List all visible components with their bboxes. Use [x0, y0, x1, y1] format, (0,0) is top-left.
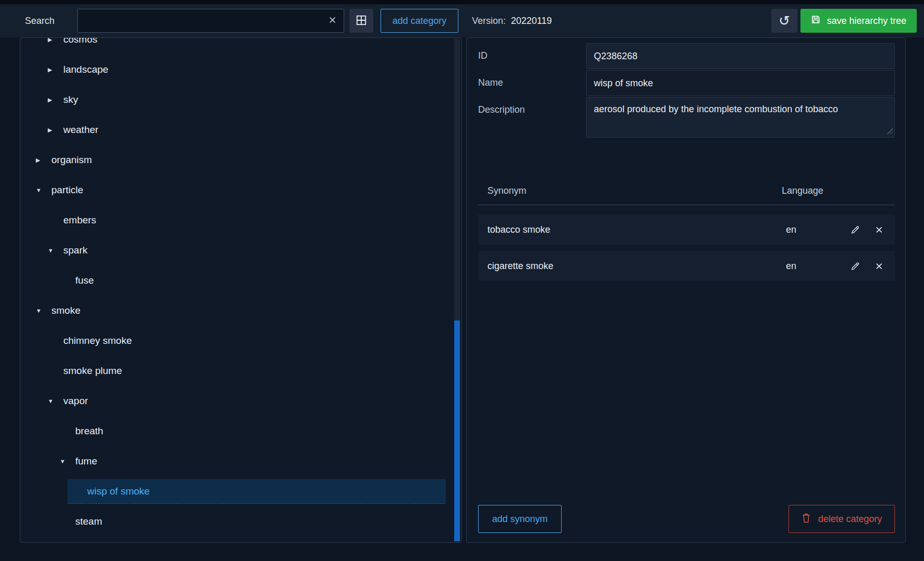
category-tree: ▶cosmos▶landscape▶sky▶weather▶organism▼p… [20, 37, 461, 537]
tree-item-label: fume [75, 456, 97, 467]
tree-item-weather[interactable]: ▶weather [20, 115, 461, 145]
tree-item-smoke[interactable]: ▼smoke [20, 296, 461, 326]
triangle-right-icon[interactable]: ▶ [48, 66, 63, 73]
save-hierarchy-label: save hierarchy tree [827, 16, 906, 26]
id-field-row: ID [478, 43, 895, 69]
tree-item-label: chimney smoke [63, 335, 132, 346]
trash-icon [801, 513, 811, 526]
tree-scrollbar-thumb[interactable] [454, 320, 460, 541]
remove-synonym-button[interactable] [867, 254, 891, 278]
add-synonym-button[interactable]: add synonym [478, 505, 562, 533]
tree-item-content: chimney smoke [44, 328, 446, 353]
tree-item-label: breath [75, 425, 103, 437]
tree-scrollbar[interactable] [454, 39, 460, 541]
x-icon [328, 16, 337, 26]
tree-item-embers[interactable]: embers [20, 205, 461, 235]
name-field[interactable] [586, 70, 895, 96]
tree-item-fuse[interactable]: fuse [20, 265, 461, 296]
delete-category-label: delete category [818, 514, 882, 525]
triangle-down-icon[interactable]: ▼ [48, 398, 63, 404]
tree-item-content: breath [56, 419, 446, 444]
tree-item-label: smoke [51, 305, 80, 316]
tree-item-content: ▶sky [44, 87, 446, 112]
window-top-strip [0, 0, 924, 4]
synonym-text: cigarette smoke [487, 261, 786, 272]
description-label: Description [478, 97, 586, 138]
id-label: ID [478, 43, 586, 69]
remove-synonym-button[interactable] [867, 218, 891, 242]
grid-view-button[interactable] [349, 9, 373, 33]
clear-search-button[interactable] [322, 11, 342, 31]
tree-item-sky[interactable]: ▶sky [20, 85, 461, 115]
id-field[interactable] [586, 43, 895, 69]
category-detail-panel: ID Name Description aerosol produced by … [466, 37, 906, 543]
category-tree-panel: ▶cosmos▶landscape▶sky▶weather▶organism▼p… [20, 37, 462, 543]
name-field-row: Name [478, 70, 895, 96]
tree-item-label: landscape [63, 64, 108, 75]
pencil-icon [850, 225, 860, 235]
delete-category-button[interactable]: delete category [789, 505, 895, 533]
tree-item-label: cosmos [63, 37, 97, 45]
language-column-header: Language [782, 185, 891, 196]
tree-item-label: weather [63, 124, 99, 136]
tree-item-wisp-of-smoke[interactable]: wisp of smoke [20, 476, 461, 506]
tree-item-content: smoke plume [44, 358, 446, 383]
save-hierarchy-button[interactable]: save hierarchy tree [800, 9, 917, 33]
description-wrap: aerosol produced by the incomplete combu… [586, 97, 895, 138]
main-content: ▶cosmos▶landscape▶sky▶weather▶organism▼p… [0, 37, 924, 543]
x-icon [875, 262, 884, 271]
name-label: Name [478, 70, 586, 96]
tree-item-label: organism [51, 154, 92, 166]
tree-item-cosmos[interactable]: ▶cosmos [20, 37, 461, 55]
version-info: Version: 20220119 [472, 16, 552, 26]
edit-synonym-button[interactable] [843, 218, 867, 242]
synonym-text: tobacco smoke [487, 224, 786, 235]
tree-item-steam[interactable]: steam [20, 506, 461, 537]
tree-item-chimney-smoke[interactable]: chimney smoke [20, 326, 461, 356]
synonym-column-header: Synonym [487, 185, 782, 196]
edit-synonym-button[interactable] [843, 254, 867, 278]
tree-item-particle[interactable]: ▼particle [20, 175, 461, 205]
tree-item-label: sky [63, 94, 78, 105]
tree-item-content: wisp of smoke [67, 479, 446, 504]
tree-item-label: steam [75, 516, 102, 527]
x-icon [875, 225, 884, 234]
tree-item-landscape[interactable]: ▶landscape [20, 55, 461, 85]
tree-item-content: ▼spark [44, 238, 446, 263]
triangle-down-icon[interactable]: ▼ [36, 187, 51, 193]
triangle-right-icon[interactable]: ▶ [48, 37, 63, 43]
tree-item-content: embers [44, 208, 446, 233]
tree-item-smoke-plume[interactable]: smoke plume [20, 356, 461, 386]
add-category-button[interactable]: add category [381, 9, 458, 33]
tree-item-spark[interactable]: ▼spark [20, 235, 461, 265]
search-input[interactable] [77, 9, 344, 33]
tree-item-content: fuse [56, 268, 446, 293]
tree-item-content: ▶weather [44, 117, 446, 142]
synonym-language: en [786, 224, 843, 235]
triangle-down-icon[interactable]: ▼ [60, 458, 75, 464]
detail-footer: add synonym delete category [478, 505, 895, 533]
tree-item-breath[interactable]: breath [20, 416, 461, 446]
tree-item-organism[interactable]: ▶organism [20, 145, 461, 175]
triangle-right-icon[interactable]: ▶ [48, 97, 63, 103]
synonym-table-header: Synonym Language [478, 185, 895, 196]
synonym-language: en [786, 261, 843, 272]
search-box [77, 9, 344, 33]
synonym-row: cigarette smokeen [478, 251, 895, 281]
search-label: Search [25, 16, 55, 26]
triangle-down-icon[interactable]: ▼ [48, 247, 63, 253]
triangle-right-icon[interactable]: ▶ [48, 127, 63, 133]
tree-item-label: particle [51, 184, 83, 196]
synonym-row: tobacco smokeen [478, 215, 895, 245]
version-label: Version: [472, 16, 506, 26]
tree-item-content: ▼particle [32, 178, 446, 203]
description-field[interactable]: aerosol produced by the incomplete combu… [586, 97, 895, 138]
tree-item-content: ▶landscape [44, 57, 446, 82]
triangle-right-icon[interactable]: ▶ [36, 157, 51, 164]
undo-refresh-button[interactable]: ↺ [771, 9, 797, 33]
tree-item-content: ▼fume [56, 449, 446, 474]
tree-item-content: ▼smoke [32, 298, 446, 323]
triangle-down-icon[interactable]: ▼ [36, 308, 51, 314]
tree-item-fume[interactable]: ▼fume [20, 446, 461, 476]
tree-item-vapor[interactable]: ▼vapor [20, 386, 461, 416]
